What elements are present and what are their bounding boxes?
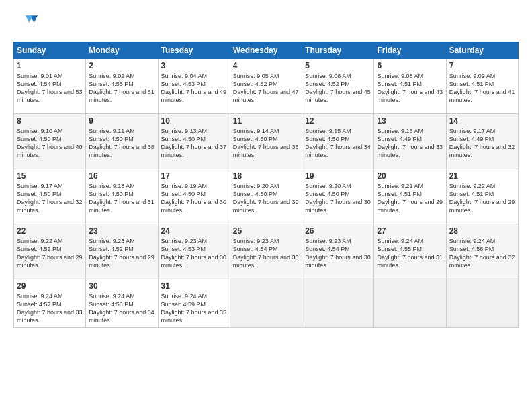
day-number: 20 <box>377 171 443 181</box>
calendar-cell: 7 Sunrise: 9:09 AM Sunset: 4:51 PM Dayli… <box>446 59 518 114</box>
day-number: 22 <box>17 226 83 236</box>
weekday-header-monday: Monday <box>86 42 158 59</box>
calendar-week-row-1: 1 Sunrise: 9:01 AM Sunset: 4:54 PM Dayli… <box>14 59 519 114</box>
weekday-header-sunday: Sunday <box>14 42 86 59</box>
cell-content: Sunrise: 9:18 AM Sunset: 4:50 PM Dayligh… <box>89 182 154 215</box>
day-number: 10 <box>161 116 227 126</box>
cell-content: Sunrise: 9:19 AM Sunset: 4:50 PM Dayligh… <box>161 182 227 215</box>
cell-content: Sunrise: 9:04 AM Sunset: 4:53 PM Dayligh… <box>161 72 227 105</box>
calendar-cell: 19 Sunrise: 9:20 AM Sunset: 4:50 PM Dayl… <box>302 169 374 224</box>
cell-content: Sunrise: 9:23 AM Sunset: 4:53 PM Dayligh… <box>161 237 227 270</box>
cell-content: Sunrise: 9:17 AM Sunset: 4:50 PM Dayligh… <box>17 182 83 215</box>
calendar-cell: 5 Sunrise: 9:06 AM Sunset: 4:52 PM Dayli… <box>302 59 374 114</box>
cell-content: Sunrise: 9:24 AM Sunset: 4:55 PM Dayligh… <box>377 237 443 270</box>
day-number: 16 <box>89 171 154 181</box>
weekday-header-friday: Friday <box>374 42 446 59</box>
day-number: 5 <box>305 61 371 71</box>
cell-content: Sunrise: 9:02 AM Sunset: 4:53 PM Dayligh… <box>89 72 154 105</box>
cell-content: Sunrise: 9:23 AM Sunset: 4:54 PM Dayligh… <box>305 237 371 270</box>
cell-content: Sunrise: 9:23 AM Sunset: 4:52 PM Dayligh… <box>89 237 154 270</box>
svg-marker-1 <box>26 15 33 23</box>
weekday-header-thursday: Thursday <box>302 42 374 59</box>
calendar-cell: 18 Sunrise: 9:20 AM Sunset: 4:50 PM Dayl… <box>230 169 302 224</box>
day-number: 2 <box>89 61 154 71</box>
cell-content: Sunrise: 9:24 AM Sunset: 4:58 PM Dayligh… <box>89 292 154 325</box>
day-number: 9 <box>89 116 154 126</box>
day-number: 25 <box>233 226 299 236</box>
cell-content: Sunrise: 9:10 AM Sunset: 4:50 PM Dayligh… <box>17 127 83 160</box>
calendar-cell: 31 Sunrise: 9:24 AM Sunset: 4:59 PM Dayl… <box>158 279 230 328</box>
day-number: 14 <box>449 116 515 126</box>
cell-content: Sunrise: 9:24 AM Sunset: 4:57 PM Dayligh… <box>17 292 83 325</box>
cell-content: Sunrise: 9:06 AM Sunset: 4:52 PM Dayligh… <box>305 72 371 105</box>
calendar-cell: 1 Sunrise: 9:01 AM Sunset: 4:54 PM Dayli… <box>14 59 86 114</box>
calendar-cell: 22 Sunrise: 9:22 AM Sunset: 4:52 PM Dayl… <box>14 224 86 279</box>
calendar-cell: 23 Sunrise: 9:23 AM Sunset: 4:52 PM Dayl… <box>86 224 158 279</box>
weekday-header-wednesday: Wednesday <box>230 42 302 59</box>
day-number: 6 <box>377 61 443 71</box>
cell-content: Sunrise: 9:09 AM Sunset: 4:51 PM Dayligh… <box>449 72 515 105</box>
day-number: 27 <box>377 226 443 236</box>
day-number: 28 <box>449 226 515 236</box>
calendar-cell: 4 Sunrise: 9:05 AM Sunset: 4:52 PM Dayli… <box>230 59 302 114</box>
cell-content: Sunrise: 9:14 AM Sunset: 4:50 PM Dayligh… <box>233 127 299 160</box>
day-number: 24 <box>161 226 227 236</box>
cell-content: Sunrise: 9:05 AM Sunset: 4:52 PM Dayligh… <box>233 72 299 105</box>
day-number: 11 <box>233 116 299 126</box>
weekday-header-saturday: Saturday <box>446 42 518 59</box>
cell-content: Sunrise: 9:22 AM Sunset: 4:52 PM Dayligh… <box>17 237 83 270</box>
cell-content: Sunrise: 9:08 AM Sunset: 4:51 PM Dayligh… <box>377 72 443 105</box>
calendar-cell: 9 Sunrise: 9:11 AM Sunset: 4:50 PM Dayli… <box>86 114 158 169</box>
cell-content: Sunrise: 9:11 AM Sunset: 4:50 PM Dayligh… <box>89 127 154 160</box>
day-number: 13 <box>377 116 443 126</box>
day-number: 26 <box>305 226 371 236</box>
calendar-week-row-2: 8 Sunrise: 9:10 AM Sunset: 4:50 PM Dayli… <box>14 114 519 169</box>
cell-content: Sunrise: 9:13 AM Sunset: 4:50 PM Dayligh… <box>161 127 227 160</box>
calendar-cell <box>230 279 302 328</box>
calendar-cell: 3 Sunrise: 9:04 AM Sunset: 4:53 PM Dayli… <box>158 59 230 114</box>
cell-content: Sunrise: 9:21 AM Sunset: 4:51 PM Dayligh… <box>377 182 443 215</box>
calendar-cell: 20 Sunrise: 9:21 AM Sunset: 4:51 PM Dayl… <box>374 169 446 224</box>
calendar-cell: 2 Sunrise: 9:02 AM Sunset: 4:53 PM Dayli… <box>86 59 158 114</box>
calendar-cell: 15 Sunrise: 9:17 AM Sunset: 4:50 PM Dayl… <box>14 169 86 224</box>
cell-content: Sunrise: 9:22 AM Sunset: 4:51 PM Dayligh… <box>449 182 515 215</box>
calendar-cell <box>446 279 518 328</box>
header <box>13 11 519 35</box>
calendar-cell: 12 Sunrise: 9:15 AM Sunset: 4:50 PM Dayl… <box>302 114 374 169</box>
logo <box>13 11 40 35</box>
logo-icon <box>13 11 38 35</box>
day-number: 18 <box>233 171 299 181</box>
calendar-cell: 29 Sunrise: 9:24 AM Sunset: 4:57 PM Dayl… <box>14 279 86 328</box>
day-number: 12 <box>305 116 371 126</box>
calendar-cell: 30 Sunrise: 9:24 AM Sunset: 4:58 PM Dayl… <box>86 279 158 328</box>
calendar-cell: 24 Sunrise: 9:23 AM Sunset: 4:53 PM Dayl… <box>158 224 230 279</box>
day-number: 31 <box>161 281 227 291</box>
calendar-week-row-3: 15 Sunrise: 9:17 AM Sunset: 4:50 PM Dayl… <box>14 169 519 224</box>
calendar-cell: 8 Sunrise: 9:10 AM Sunset: 4:50 PM Dayli… <box>14 114 86 169</box>
calendar-cell: 10 Sunrise: 9:13 AM Sunset: 4:50 PM Dayl… <box>158 114 230 169</box>
calendar-cell: 17 Sunrise: 9:19 AM Sunset: 4:50 PM Dayl… <box>158 169 230 224</box>
day-number: 30 <box>89 281 154 291</box>
cell-content: Sunrise: 9:16 AM Sunset: 4:49 PM Dayligh… <box>377 127 443 160</box>
calendar-cell: 21 Sunrise: 9:22 AM Sunset: 4:51 PM Dayl… <box>446 169 518 224</box>
day-number: 7 <box>449 61 515 71</box>
weekday-header-tuesday: Tuesday <box>158 42 230 59</box>
day-number: 29 <box>17 281 83 291</box>
calendar-cell: 14 Sunrise: 9:17 AM Sunset: 4:49 PM Dayl… <box>446 114 518 169</box>
cell-content: Sunrise: 9:24 AM Sunset: 4:56 PM Dayligh… <box>449 237 515 270</box>
day-number: 17 <box>161 171 227 181</box>
day-number: 19 <box>305 171 371 181</box>
page: SundayMondayTuesdayWednesdayThursdayFrid… <box>0 0 532 411</box>
calendar-cell: 25 Sunrise: 9:23 AM Sunset: 4:54 PM Dayl… <box>230 224 302 279</box>
calendar-cell: 6 Sunrise: 9:08 AM Sunset: 4:51 PM Dayli… <box>374 59 446 114</box>
day-number: 3 <box>161 61 227 71</box>
calendar-cell <box>302 279 374 328</box>
calendar-week-row-5: 29 Sunrise: 9:24 AM Sunset: 4:57 PM Dayl… <box>14 279 519 328</box>
day-number: 15 <box>17 171 83 181</box>
cell-content: Sunrise: 9:23 AM Sunset: 4:54 PM Dayligh… <box>233 237 299 270</box>
calendar-cell: 26 Sunrise: 9:23 AM Sunset: 4:54 PM Dayl… <box>302 224 374 279</box>
calendar-cell: 27 Sunrise: 9:24 AM Sunset: 4:55 PM Dayl… <box>374 224 446 279</box>
calendar-cell <box>374 279 446 328</box>
calendar-cell: 11 Sunrise: 9:14 AM Sunset: 4:50 PM Dayl… <box>230 114 302 169</box>
calendar-table: SundayMondayTuesdayWednesdayThursdayFrid… <box>13 42 519 328</box>
